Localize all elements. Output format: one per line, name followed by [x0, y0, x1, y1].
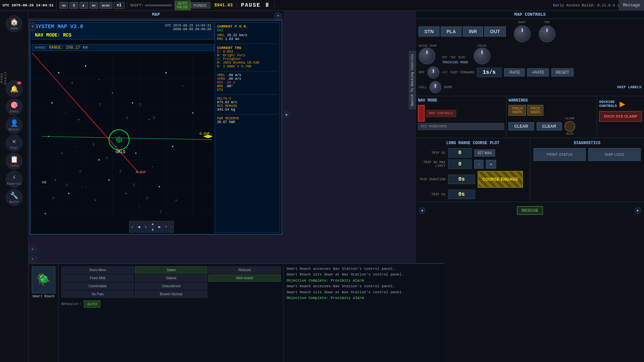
svg-text:?: ? — [65, 183, 68, 188]
transport-faster[interactable]: ⏭⏭ — [100, 2, 112, 9]
stat-bowels-normal[interactable]: Bowels Normal — [135, 291, 207, 298]
transport-play[interactable]: ⏵ — [79, 2, 88, 9]
rcs-maneuvers-label: RCS MANEUVERS — [421, 125, 447, 128]
map-nav-circle-left[interactable]: + — [29, 23, 37, 31]
clear-button-1[interactable]: CLEAR — [508, 122, 534, 130]
map-nav-plus-icon: + — [32, 248, 34, 251]
map-btn-resize[interactable]: ⤢ — [129, 221, 135, 233]
sidebar-item-tasks[interactable]: 📋 Tasks — [6, 153, 22, 170]
speed-display: x1 — [114, 2, 124, 9]
transport-pause[interactable]: ⏸ — [69, 2, 78, 9]
build-icon: 🔧 — [10, 191, 18, 200]
log-entry-5: Smart Roach sits down at Nav Station's c… — [286, 290, 442, 295]
bottom-left-nav-btn[interactable]: + — [29, 255, 37, 263]
quick-zoom-knob[interactable] — [419, 48, 435, 64]
pla-button[interactable]: PLA — [441, 26, 462, 37]
ship-labels-row: CALL NAME SHIP LABELS — [416, 81, 644, 96]
svg-point-8 — [78, 119, 79, 120]
sidebar-item-goals[interactable]: 🎯 Goals — [6, 99, 22, 115]
course-engage-button[interactable]: COURSE ENGAGE — [478, 171, 523, 188]
pwr-reserve-label: PWR RESERVE — [217, 117, 278, 120]
plus-button[interactable]: + — [486, 160, 496, 169]
behavior-row: Behavior: AUTO — [61, 300, 281, 308]
map-btn-down[interactable]: ▼ — [149, 227, 156, 233]
pwr-reserve-value: 20.67 kWh — [217, 120, 278, 124]
trg-knob[interactable] — [539, 25, 555, 42]
stat-relaxed[interactable]: Relaxed — [208, 266, 281, 274]
sidebar-item-powervis[interactable]: ⚡ PowerVis — [6, 171, 22, 188]
stat-sated[interactable]: Sated — [135, 266, 207, 274]
map-btn-minus[interactable]: - — [169, 221, 174, 233]
sidebar-item-alerts[interactable]: 2 🔔 — [6, 80, 22, 97]
rescue-nav-right[interactable]: ▶ — [635, 207, 641, 214]
sidebar-item-gigs[interactable]: ✕ Gigs — [6, 135, 22, 152]
ff-knob[interactable] — [427, 66, 439, 78]
avatar: 🪲 — [32, 266, 55, 293]
track-warn-button[interactable]: TRACKWARN — [508, 105, 526, 116]
ship-logs-button[interactable]: SHIP LOGS — [588, 148, 640, 161]
stat-unburdened[interactable]: Unburdened — [135, 283, 207, 290]
map-btn-plus[interactable]: + — [163, 221, 169, 233]
sidebar-item-build[interactable]: 🔧 Build — [6, 189, 22, 206]
shift-slider[interactable] — [145, 4, 172, 6]
alarm-button[interactable] — [565, 121, 575, 132]
pause-display: PAUSE ⏸ — [237, 2, 275, 8]
stat-well-rested[interactable]: Well rested — [208, 275, 281, 282]
transport-fast[interactable]: ⏭ — [90, 2, 98, 9]
stat-no-pain[interactable]: No Pain — [61, 291, 134, 298]
call-knob[interactable] — [429, 81, 441, 93]
eta-label: ETA — [217, 88, 223, 92]
focus-knob[interactable] — [474, 48, 490, 64]
trip-gs-row: TRIP GS 0 SET MAX — [419, 148, 527, 158]
sidebar-label-goals: Goals — [9, 110, 18, 113]
rescue-button[interactable]: RESCUE — [517, 206, 543, 215]
stat-comfortable[interactable]: Comfortable — [61, 283, 134, 290]
map-right-nav-btn[interactable]: ▶ — [283, 111, 290, 118]
rescue-nav-left[interactable]: ◀ — [419, 207, 425, 214]
minus-button[interactable]: - — [474, 160, 483, 169]
stat-norm-atmo[interactable]: Norm Atmo — [61, 266, 134, 274]
map-bottom-left-nav[interactable]: + — [29, 245, 37, 253]
prox-warn-button[interactable]: PROXWARN — [527, 105, 543, 116]
ship-knob-group: SHIP — [514, 21, 531, 42]
log-entry-1: Smart Roach accesses Nav Station's contr… — [286, 266, 442, 272]
switch-docking-button[interactable]: Switch To Docking Controls — [409, 51, 416, 109]
map-btn-right[interactable]: ▶ — [157, 221, 163, 233]
inr-button[interactable]: INR — [463, 26, 483, 37]
clear-button-2[interactable]: CLEAR — [537, 122, 562, 130]
minus-rate-button[interactable]: -RATE — [504, 68, 525, 76]
svg-point-28 — [139, 206, 140, 207]
map-btn-up[interactable]: ▲ — [149, 221, 156, 227]
map-controls-btn[interactable]: MAP CONTROLS — [426, 110, 456, 117]
stat-slaked[interactable]: Slaked — [135, 275, 207, 282]
plus-rate-button[interactable]: +RATE — [527, 68, 549, 76]
trip-gs-input[interactable]: 0 — [448, 148, 472, 158]
trip-gs-max-input[interactable]: 0 — [448, 160, 472, 169]
rcs-maneuvers-btn[interactable]: RCS MANEUVERS — [418, 123, 504, 130]
vrel-value: 25.22 km/s — [227, 34, 247, 37]
reset-button[interactable]: RESET — [551, 68, 574, 76]
switch-docking-label: Switch To Docking Controls — [411, 54, 414, 106]
print-status-button[interactable]: PRINT STATUS — [534, 148, 586, 161]
sidebar-item-home[interactable]: 🏠 Home — [6, 15, 22, 32]
stat-feels-mild[interactable]: Feels Mild — [61, 275, 134, 282]
stn-button[interactable]: STN — [419, 26, 439, 37]
ship-knob-label: SHIP — [519, 21, 526, 24]
map-btn-left[interactable]: ◀ — [136, 221, 142, 233]
svg-point-20 — [152, 166, 153, 167]
out-button[interactable]: OUT — [484, 26, 506, 37]
dock-sys-clamp-button[interactable]: DOCK SYS CLAMP — [599, 111, 642, 122]
map-btn-expand[interactable]: ⤡ — [143, 221, 149, 233]
char-name: Smart Roach — [32, 295, 54, 298]
sidebar-item-roster[interactable]: 👤 Roster — [6, 117, 22, 133]
svg-text:M-B5P: M-B5P — [136, 171, 146, 174]
transport-prev[interactable]: ⏮ — [59, 2, 68, 9]
map-nav-circle-right[interactable]: + — [274, 12, 282, 20]
map-utc2: 0000-00-00 00:00:00 — [165, 27, 211, 31]
ship-knob[interactable] — [514, 25, 531, 42]
set-max-button[interactable]: SET MAX — [474, 149, 495, 157]
auto-pause-button[interactable]: AUTOPAUSE — [175, 1, 191, 10]
funds-button[interactable]: FUNDS: — [191, 2, 210, 8]
message-button[interactable]: Message — [619, 0, 644, 11]
behavior-auto-button[interactable]: AUTO — [84, 300, 100, 308]
